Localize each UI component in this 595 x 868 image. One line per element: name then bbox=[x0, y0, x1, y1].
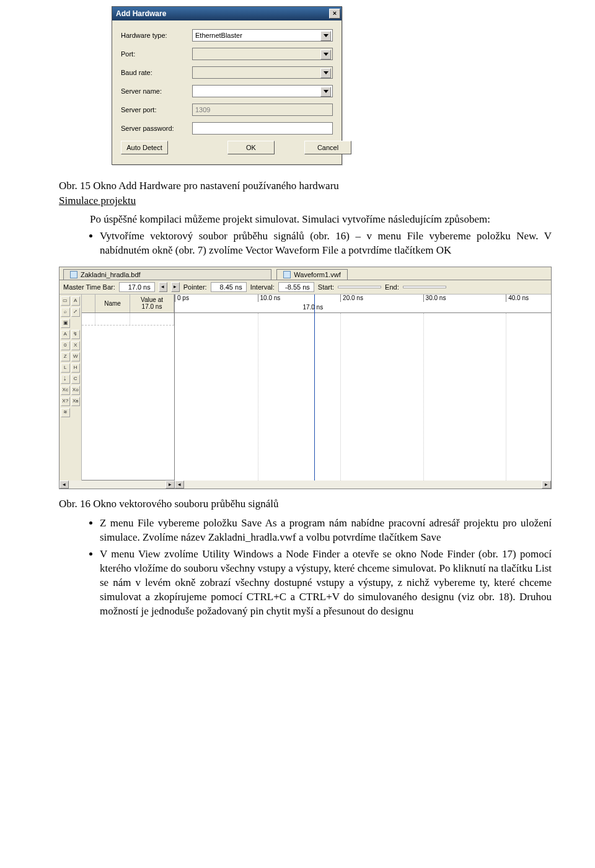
tool-zoom-icon[interactable]: ⌕ bbox=[61, 308, 70, 317]
master-time-label: Master Time Bar: bbox=[63, 283, 115, 291]
tool-xo-icon[interactable]: Xo bbox=[71, 386, 81, 395]
dialog-titlebar: Add Hardware × bbox=[112, 7, 342, 20]
pointer-value: 8.45 ns bbox=[211, 282, 247, 292]
file-icon bbox=[70, 271, 77, 278]
server-port-label: Server port: bbox=[121, 106, 192, 113]
paragraph-intro: Po úspěšné kompilaci můžeme projekt simu… bbox=[59, 213, 552, 226]
tab-bdf[interactable]: Zakladni_hradla.bdf bbox=[63, 269, 271, 280]
figure-caption-16: Obr. 16 Okno vektorového souboru průběhu… bbox=[59, 498, 552, 510]
file-icon bbox=[283, 271, 291, 278]
tool-zoomfit-icon[interactable]: ⤢ bbox=[71, 308, 81, 317]
ok-button[interactable]: OK bbox=[227, 141, 275, 154]
server-port-value: 1309 bbox=[195, 106, 210, 113]
tool-x1-icon[interactable]: X bbox=[71, 341, 81, 350]
tool-a2-icon[interactable]: ↯ bbox=[71, 330, 81, 339]
server-pw-field[interactable] bbox=[192, 122, 333, 135]
col-name: Name bbox=[95, 294, 130, 312]
bullet-item: V menu View zvolíme Utility Windows a No… bbox=[100, 547, 552, 619]
start-label: Start: bbox=[318, 283, 334, 291]
step-left-button[interactable]: ◂ bbox=[159, 282, 167, 292]
figure-caption-15: Obr. 15 Okno Add Hardware pro nastavení … bbox=[59, 180, 552, 192]
server-port-field[interactable]: 1309 bbox=[192, 104, 333, 116]
scrollbar-track[interactable] bbox=[69, 480, 165, 489]
tool-text-icon[interactable]: A bbox=[71, 296, 81, 306]
port-combo[interactable] bbox=[192, 48, 333, 60]
dialog-title: Add Hardware bbox=[116, 9, 166, 18]
tool-xc-icon[interactable]: Xc bbox=[61, 386, 70, 395]
signal-list-pane: Name Value at 17.0 ns bbox=[82, 294, 175, 480]
server-name-label: Server name: bbox=[121, 87, 192, 95]
tick-label: 10.0 ns bbox=[260, 294, 281, 301]
tool-misc-icon[interactable]: ≋ bbox=[61, 408, 70, 417]
hardware-type-value: EthernetBlaster bbox=[195, 32, 242, 39]
baud-label: Baud rate: bbox=[121, 69, 192, 76]
interval-label: Interval: bbox=[250, 283, 275, 291]
tab-label: Zakladni_hradla.bdf bbox=[81, 271, 141, 278]
hardware-type-combo[interactable]: EthernetBlaster bbox=[192, 29, 333, 42]
step-right-button[interactable]: ▸ bbox=[171, 282, 180, 292]
tool-xr-icon[interactable]: X? bbox=[61, 397, 70, 406]
tick-label: 20.0 ns bbox=[343, 294, 363, 301]
tool-h-icon[interactable]: H bbox=[71, 363, 81, 373]
tool-inv-icon[interactable]: ⭭ bbox=[61, 374, 70, 384]
close-icon[interactable]: × bbox=[329, 9, 340, 19]
chevron-down-icon bbox=[324, 71, 328, 74]
tool-cnt-icon[interactable]: C bbox=[71, 374, 81, 384]
scroll-right-button[interactable]: ▸ bbox=[542, 480, 551, 489]
chevron-down-icon bbox=[324, 90, 328, 93]
col-value: Value at 17.0 ns bbox=[130, 294, 174, 312]
waveform-toolbar: Master Time Bar: 17.0 ns ◂ ▸ Pointer: 8.… bbox=[60, 280, 551, 294]
pointer-label: Pointer: bbox=[183, 283, 207, 291]
section-heading-simulation: Simulace projektu bbox=[59, 195, 552, 207]
col-index bbox=[82, 294, 95, 312]
scroll-right-button[interactable]: ▸ bbox=[165, 480, 175, 489]
bullet-item: Vytvoříme vektorový soubor průběhu signá… bbox=[100, 229, 552, 258]
tab-waveform[interactable]: Waveform1.vwf bbox=[276, 269, 347, 280]
end-value bbox=[403, 286, 446, 288]
scroll-left-button[interactable]: ◂ bbox=[60, 480, 69, 489]
server-pw-label: Server password: bbox=[121, 125, 192, 132]
time-ruler: 0 ps 10.0 ns 20.0 ns 30.0 ns 40.0 ns 17.… bbox=[175, 294, 551, 313]
baud-combo[interactable] bbox=[192, 66, 333, 79]
waveform-window: Zakladni_hradla.bdf Waveform1.vwf Master… bbox=[59, 267, 552, 489]
port-label: Port: bbox=[121, 50, 192, 58]
waveform-canvas[interactable]: 0 ps 10.0 ns 20.0 ns 30.0 ns 40.0 ns 17.… bbox=[175, 294, 551, 480]
server-name-combo[interactable] bbox=[192, 85, 333, 97]
master-time-value[interactable]: 17.0 ns bbox=[119, 282, 155, 292]
chevron-down-icon bbox=[324, 34, 328, 37]
tool-xb-icon[interactable]: Xв bbox=[71, 397, 81, 406]
time-cursor[interactable] bbox=[314, 294, 315, 480]
end-label: End: bbox=[385, 283, 399, 291]
cancel-button[interactable]: Cancel bbox=[304, 141, 351, 154]
start-value bbox=[338, 286, 381, 288]
tool-w-icon[interactable]: W bbox=[71, 352, 81, 361]
tool-full-icon[interactable]: ▣ bbox=[61, 319, 70, 328]
bullet-item: Z menu File vybereme položku Save As a p… bbox=[100, 516, 552, 545]
hardware-type-label: Hardware type: bbox=[121, 32, 192, 39]
cursor-label: 17.0 ns bbox=[302, 304, 323, 311]
scrollbar-track[interactable] bbox=[184, 480, 542, 489]
tick-label: 0 ps bbox=[177, 294, 189, 301]
tool-z-icon[interactable]: Z bbox=[61, 352, 70, 361]
tick-label: 40.0 ns bbox=[508, 294, 529, 301]
list-item[interactable] bbox=[82, 313, 174, 326]
tool-x0-icon[interactable]: 0 bbox=[61, 341, 70, 350]
tool-a1-icon[interactable]: A bbox=[61, 330, 70, 339]
chevron-down-icon bbox=[324, 53, 328, 56]
scroll-left-button[interactable]: ◂ bbox=[175, 480, 184, 489]
tool-palette: ▭A ⌕⤢ ▣ A↯ 0X ZW LH ⭭C XcXo X?Xв ≋ bbox=[60, 294, 82, 480]
auto-detect-button[interactable]: Auto Detect bbox=[121, 141, 168, 154]
tool-pointer-icon[interactable]: ▭ bbox=[61, 296, 70, 306]
tick-label: 30.0 ns bbox=[426, 294, 446, 301]
add-hardware-dialog: Add Hardware × Hardware type: EthernetBl… bbox=[112, 6, 342, 165]
tool-l-icon[interactable]: L bbox=[61, 363, 70, 373]
tab-label: Waveform1.vwf bbox=[294, 271, 340, 278]
interval-value: -8.55 ns bbox=[278, 282, 314, 292]
